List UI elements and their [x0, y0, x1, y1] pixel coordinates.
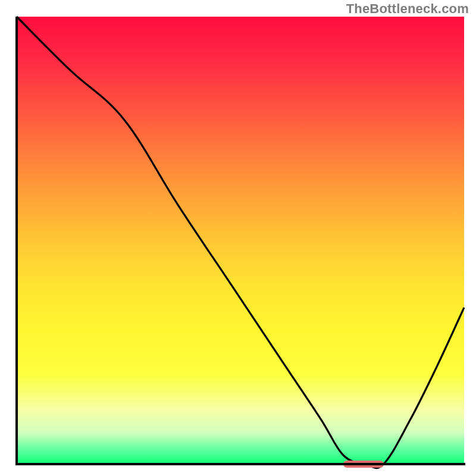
plot-area: [17, 17, 464, 464]
optimal-range-marker: [343, 461, 384, 468]
bottleneck-curve: [17, 17, 464, 464]
chart-container: TheBottleneck.com: [0, 0, 476, 476]
watermark-text: TheBottleneck.com: [346, 1, 469, 17]
curve-path: [17, 17, 464, 468]
